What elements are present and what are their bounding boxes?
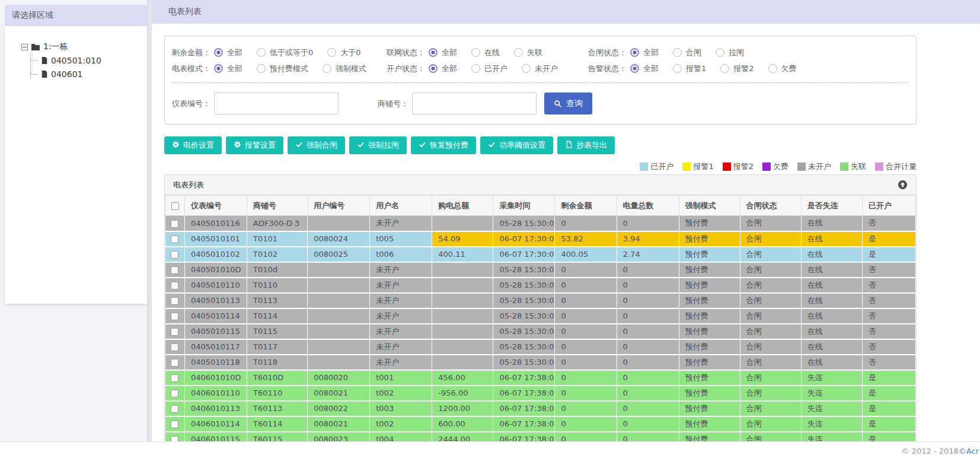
legend-swatch — [840, 163, 848, 171]
row-checkbox[interactable] — [171, 282, 178, 289]
row-checkbox[interactable] — [171, 343, 178, 351]
table-cell: 合闸 — [740, 339, 801, 355]
row-checkbox[interactable] — [171, 390, 178, 397]
radio-selected-icon[interactable] — [429, 48, 438, 57]
row-checkbox-cell — [165, 247, 185, 262]
radio-icon[interactable] — [257, 48, 266, 57]
radio-icon[interactable] — [327, 48, 336, 57]
radio-option[interactable]: 大于0 — [327, 47, 360, 58]
toolbar-button[interactable]: 电价设置 — [164, 136, 222, 154]
table-cell: 3.94 — [617, 231, 679, 247]
toolbar-button[interactable]: 强制拉闸 — [349, 136, 407, 154]
radio-option[interactable]: 在线 — [471, 47, 500, 58]
table-cell: T0118 — [247, 355, 308, 370]
legend-swatch — [723, 163, 731, 171]
radio-option[interactable]: 全部 — [630, 47, 659, 58]
radio-option[interactable]: 全部 — [429, 63, 457, 74]
table-cell: 400.11 — [432, 247, 493, 262]
legend-swatch — [682, 163, 691, 171]
table-cell: 05-28 15:30:00 — [493, 216, 555, 231]
row-checkbox[interactable] — [171, 405, 178, 413]
sidebar-title: 请选择区域 — [12, 10, 53, 21]
table-cell: 06-07 17:30:00 — [493, 231, 555, 247]
search-button[interactable]: 查询 — [544, 93, 592, 114]
radio-option[interactable]: 强制模式 — [323, 63, 366, 74]
radio-selected-icon[interactable] — [630, 64, 639, 73]
splitter[interactable] — [147, 0, 152, 441]
collapse-expander-icon[interactable] — [21, 44, 28, 50]
row-checkbox[interactable] — [171, 359, 178, 367]
radio-option-label: 已开户 — [484, 63, 507, 74]
radio-selected-icon[interactable] — [214, 48, 223, 57]
radio-option[interactable]: 低于或等于0 — [257, 47, 313, 58]
radio-icon[interactable] — [522, 64, 531, 73]
tree-child-label[interactable]: 040601 — [51, 69, 82, 79]
toolbar-button[interactable]: 功率阈值设置 — [480, 136, 553, 154]
row-checkbox[interactable] — [171, 421, 178, 428]
row-checkbox[interactable] — [171, 220, 178, 228]
table-cell — [432, 216, 493, 231]
table-cell: 失连 — [801, 416, 862, 432]
search-icon — [554, 100, 562, 108]
column-header: 购电总额 — [432, 196, 493, 216]
radio-option[interactable]: 全部 — [214, 63, 242, 74]
shop-no-label: 商铺号： — [378, 98, 408, 109]
radio-icon[interactable] — [768, 64, 777, 73]
collapse-panel-icon[interactable] — [898, 180, 908, 190]
radio-icon[interactable] — [471, 48, 480, 57]
table-cell — [432, 278, 493, 293]
select-all-checkbox[interactable] — [171, 202, 179, 210]
radio-selected-icon[interactable] — [214, 64, 223, 73]
radio-icon[interactable] — [471, 64, 480, 73]
row-checkbox[interactable] — [171, 374, 178, 382]
radio-option[interactable]: 全部 — [214, 47, 242, 58]
brand-link[interactable]: ©Acr — [959, 447, 979, 456]
radio-icon[interactable] — [673, 64, 682, 73]
row-checkbox[interactable] — [171, 313, 178, 320]
radio-option[interactable]: 拉闸 — [716, 47, 744, 58]
radio-icon[interactable] — [514, 48, 523, 57]
table-cell: 0405010114 — [185, 308, 247, 324]
tree-node-child[interactable]: 040501:010 — [31, 56, 147, 65]
radio-option[interactable]: 报警2 — [720, 63, 754, 74]
shop-no-input[interactable] — [412, 93, 537, 114]
table-cell: ADF300-D 3 — [247, 216, 308, 231]
row-checkbox[interactable] — [171, 328, 178, 336]
radio-selected-icon[interactable] — [429, 64, 438, 73]
filter-row-0: 剩余金额：全部低于或等于0大于0联网状态：全部在线失联合闸状态：全部合闸拉闸 — [172, 44, 908, 60]
toolbar-button[interactable]: 强制合闸 — [288, 136, 345, 154]
tree-node-root[interactable]: 1:一栋 — [21, 42, 147, 52]
radio-icon[interactable] — [257, 64, 266, 73]
radio-option[interactable]: 未开户 — [522, 63, 558, 74]
toolbar-button[interactable]: 抄表导出 — [557, 136, 615, 154]
row-checkbox[interactable] — [171, 266, 178, 274]
radio-option[interactable]: 预付费模式 — [257, 63, 308, 74]
row-checkbox[interactable] — [171, 251, 178, 259]
row-checkbox[interactable] — [171, 235, 178, 243]
radio-selected-icon[interactable] — [630, 48, 639, 57]
table-cell — [432, 262, 493, 278]
radio-icon[interactable] — [323, 64, 331, 73]
tree-child-label[interactable]: 040501:010 — [51, 56, 101, 65]
radio-option[interactable]: 报警1 — [673, 63, 706, 74]
gear-icon — [234, 141, 241, 150]
radio-option[interactable]: 已开户 — [471, 63, 507, 74]
radio-icon[interactable] — [716, 48, 724, 57]
radio-option[interactable]: 合闸 — [673, 47, 701, 58]
radio-option[interactable]: 欠费 — [768, 63, 797, 74]
radio-option-label: 全部 — [643, 47, 659, 58]
tree-root-label[interactable]: 1:一栋 — [43, 42, 68, 52]
legend-label: 报警1 — [693, 161, 713, 172]
radio-icon[interactable] — [673, 48, 682, 57]
table-cell: 否 — [862, 278, 915, 293]
radio-option[interactable]: 失联 — [514, 47, 542, 58]
radio-option[interactable]: 全部 — [429, 47, 457, 58]
toolbar-button[interactable]: 恢复预付费 — [411, 136, 476, 154]
toolbar-button[interactable]: 报警设置 — [226, 136, 283, 154]
radio-option[interactable]: 全部 — [630, 63, 659, 74]
meter-no-input[interactable] — [214, 93, 339, 114]
radio-icon[interactable] — [720, 64, 729, 73]
tree-node-child[interactable]: 040601 — [31, 69, 147, 79]
row-checkbox[interactable] — [171, 297, 178, 305]
filter-group: 联网状态：全部在线失联 — [387, 47, 588, 58]
